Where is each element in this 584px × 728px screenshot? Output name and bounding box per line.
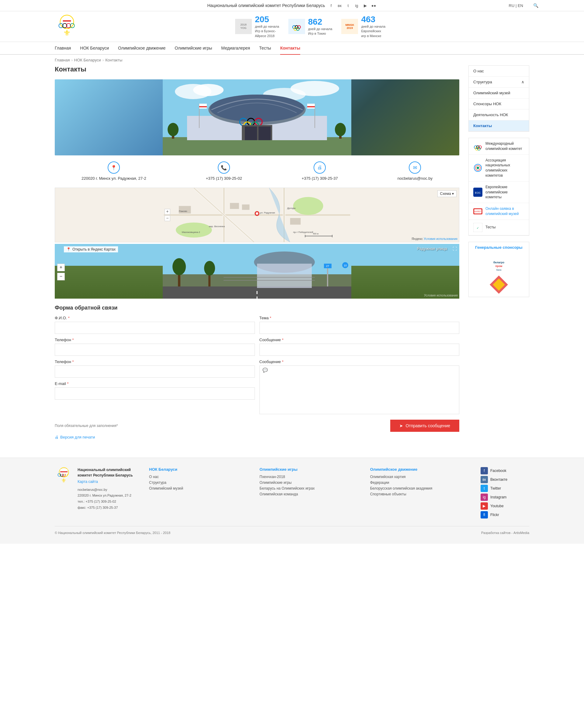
telefon2-input[interactable] <box>55 366 255 378</box>
map-schema-button[interactable]: Схема ▾ <box>437 190 457 197</box>
lang-ru[interactable]: RU <box>509 3 515 8</box>
nav-tests[interactable]: Тесты <box>259 42 271 55</box>
breadcrumb-home[interactable]: Главная <box>55 58 70 62</box>
sidebar-item-activity[interactable]: Деятельность НОК <box>469 109 529 121</box>
footer-contacts: nocbelarus@noc.by 220020 г. Минск ул.Рад… <box>78 487 134 511</box>
street-view-open-btn[interactable]: 📍 Открыть в Яндекс Картах <box>64 246 118 252</box>
lang-separator: | <box>515 3 516 8</box>
fio-input[interactable] <box>55 322 255 334</box>
footer-social-instagram[interactable]: ig Instagram <box>481 494 529 501</box>
street-view-container[interactable]: 27 10 📍 Открыть в Яндекс Картах Радужная… <box>55 244 459 298</box>
sidebar-item-sponsors[interactable]: Спонсоры НОК <box>469 99 529 109</box>
twitter-icon-top[interactable]: t <box>345 2 351 8</box>
flickr-icon-top[interactable]: ●● <box>371 2 377 8</box>
lang-en[interactable]: EN <box>518 3 523 8</box>
svg-point-56 <box>256 212 258 215</box>
submit-button[interactable]: ➤ Отправить сообщение <box>390 420 459 432</box>
svg-point-17 <box>290 81 339 96</box>
email-group: E-mail * ✉ <box>55 381 255 399</box>
partner-eoc[interactable]: EOC Европейские олимпийские комитеты <box>469 182 529 203</box>
footer-link-museum[interactable]: Олимпийский музей <box>149 486 244 491</box>
header: ⚜ 2018YOG 205 дней до начала Игр в Буэно… <box>0 11 584 42</box>
map-container[interactable]: ул. Радужная Дрозды Ражово Масюковщина-2… <box>55 188 459 242</box>
svg-rect-52 <box>242 204 250 210</box>
partner-museum-ticket[interactable]: БИЛЕТ Онлайн-заявка в олимпийский музей <box>469 203 529 220</box>
footer-social-youtube[interactable]: ▶ Youtube <box>481 502 529 510</box>
sidebar-item-contacts[interactable]: Контакты <box>469 121 529 131</box>
sidebar-item-structure[interactable]: Структура ∧ <box>469 77 529 87</box>
svg-text:400 м: 400 м <box>313 233 319 235</box>
print-link[interactable]: 🖨 Версия для печати <box>55 435 459 439</box>
street-view-expand-icon[interactable]: ⛶ <box>453 246 457 251</box>
street-open-label[interactable]: Открыть в Яндекс Картах <box>72 247 116 252</box>
sponsors-logos: белагро пром банк БЕЛАРУСКАЛІЙ <box>469 253 529 297</box>
email-input[interactable] <box>55 387 255 399</box>
footer-social-facebook[interactable]: f Facebook <box>481 467 529 474</box>
youtube-icon-top[interactable]: ▶ <box>362 2 369 8</box>
facebook-icon-top[interactable]: f <box>328 2 334 8</box>
nav-media[interactable]: Медиагалерея <box>221 42 250 55</box>
breadcrumb-noc[interactable]: НОК Беларуси <box>74 58 101 62</box>
logo[interactable]: ⚜ <box>55 14 79 38</box>
footer-col-movement: Олимпийское движение Олимпийская хартия … <box>370 467 465 520</box>
svg-text:✓: ✓ <box>477 227 479 230</box>
form-title: Форма обратной связи <box>55 305 459 311</box>
countdown-text-3: дней до начала Европейских игр в Минске <box>361 24 385 38</box>
footer-link-pyeongchang[interactable]: Пхенчхан-2018 <box>259 475 355 479</box>
footer-link-charter[interactable]: Олимпийская хартия <box>370 475 465 479</box>
countdown-number-3: 463 <box>361 15 385 24</box>
tema-input[interactable] <box>259 322 460 334</box>
footer-link-federations[interactable]: Федерации <box>370 480 465 485</box>
partner-tests[interactable]: ✓ Тесты <box>469 220 529 235</box>
ioc-logo <box>473 142 482 151</box>
developer[interactable]: Разработка сайтов - ArtisMedia <box>481 531 529 535</box>
sidebar-item-museum[interactable]: Олимпийский музей <box>469 87 529 99</box>
contact-phone1: +375 (17) 309-25-02 <box>206 176 242 182</box>
belagroprombank-logo[interactable]: белагро пром банк <box>478 257 520 272</box>
museum-ticket-name: Онлайн-заявка в олимпийский музей <box>485 206 524 216</box>
vk-icon-top[interactable]: вк <box>337 2 343 8</box>
footer-col-games-title: Олимпийские игры <box>259 467 355 472</box>
address-icon: 📍 <box>108 161 120 174</box>
countdown-tokyo: 862 дней до начала Игр в Токио <box>288 17 332 36</box>
sidebar-item-about[interactable]: О нас <box>469 66 529 77</box>
footer-link-about[interactable]: О нас <box>149 475 244 479</box>
footer-link-academy[interactable]: Белорусская олимпийская академия <box>370 486 465 491</box>
footer-link-team[interactable]: Олимпийская команда <box>259 492 355 496</box>
street-zoom-plus-button[interactable]: + <box>57 264 65 271</box>
instagram-icon-top[interactable]: ig <box>354 2 360 8</box>
fio-label: Ф.И.О. * <box>55 316 255 320</box>
svg-point-95 <box>477 167 479 169</box>
nav-olympic-games[interactable]: Олимпийские игры <box>175 42 212 55</box>
footer-social-twitter[interactable]: t Twitter <box>481 485 529 492</box>
contact-phone2-item: 🖨 +375 (17) 309-25-37 <box>302 161 338 182</box>
yandex-terms[interactable]: Условия использования <box>424 237 457 240</box>
footer-link-olympic-games[interactable]: Олимпийские игры <box>259 480 355 485</box>
footer-link-venues[interactable]: Спортивные объекты <box>370 492 465 496</box>
street-zoom-minus-button[interactable]: − <box>57 273 65 280</box>
tests-name: Тесты <box>485 225 496 230</box>
footer-sitemap[interactable]: Карта сайта <box>78 479 134 484</box>
feedback-form: Форма обратной связи Ф.И.О. * 👤 <box>55 305 459 439</box>
nav-contacts[interactable]: Контакты <box>280 42 300 55</box>
nav-home[interactable]: Главная <box>55 42 71 55</box>
partner-ioc[interactable]: Международный олимпийский комитет <box>469 138 529 155</box>
language-switcher[interactable]: RU | EN <box>509 3 523 8</box>
search-icon[interactable]: 🔍 <box>533 3 538 8</box>
top-bar: Национальный олимпийский комитет Республ… <box>0 0 584 11</box>
footer-link-belarus-oly[interactable]: Беларусь на Олимпийских играх <box>259 486 355 491</box>
belaruskali-logo[interactable]: БЕЛАРУСКАЛІЙ <box>478 277 520 292</box>
countdown-text-1: дней до начала Игр в Буэнос- Айресе 2018 <box>255 24 279 38</box>
footer-link-structure[interactable]: Структура <box>149 480 244 485</box>
countdown-number-2: 862 <box>308 17 332 27</box>
telefon1-input[interactable] <box>55 344 255 356</box>
footer-social-vk[interactable]: вк Вконтакте <box>481 476 529 483</box>
footer-address: 220020 г. Минск ул.Радужная, 27-2 <box>78 493 134 499</box>
footer-social-flickr[interactable]: fl Flickr <box>481 511 529 518</box>
soobshenie1-input[interactable] <box>259 344 460 356</box>
nav-noc[interactable]: НОК Беларуси <box>80 42 109 55</box>
nav-olympic-movement[interactable]: Олимпийское движение <box>118 42 166 55</box>
partner-anoc[interactable]: Ассоциация национальных олимпийских коми… <box>469 155 529 182</box>
street-view-title: Радужная улица <box>417 246 447 251</box>
soobshenie2-textarea[interactable] <box>259 366 460 414</box>
